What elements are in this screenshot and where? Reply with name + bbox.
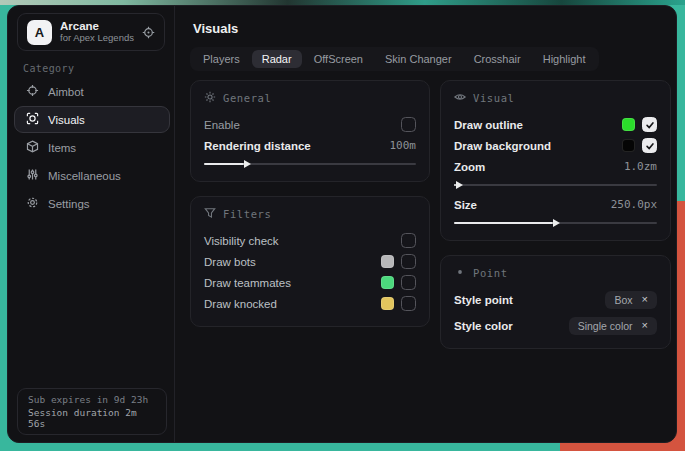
app-logo-letter: A	[35, 25, 44, 40]
sidebar-item-aimbot[interactable]: Aimbot	[14, 78, 170, 105]
draw-background-color-swatch[interactable]	[622, 139, 635, 152]
sidebar-item-miscellaneous[interactable]: Miscellaneous	[14, 162, 170, 189]
draw-knocked-color-swatch[interactable]	[381, 297, 394, 310]
draw-outline-color-swatch[interactable]	[622, 118, 635, 131]
style-point-label: Style point	[454, 294, 513, 306]
tab-offscreen[interactable]: OffScreen	[304, 50, 373, 68]
draw-bots-checkbox[interactable]	[401, 254, 416, 269]
dot-icon	[454, 266, 466, 280]
enable-label: Enable	[204, 119, 240, 131]
style-color-chip[interactable]: Single color ×	[569, 317, 657, 335]
tab-players[interactable]: Players	[193, 50, 250, 68]
slider-thumb[interactable]	[454, 184, 456, 186]
sidebar-item-label: Settings	[48, 198, 90, 210]
app-window: A Arcane for Apex Legends Category	[7, 5, 677, 443]
filters-panel: Filters Visibility check Draw bots	[190, 196, 430, 327]
slider-track	[454, 184, 657, 186]
sidebar: A Arcane for Apex Legends Category	[8, 6, 175, 442]
app-subtitle: for Apex Legends	[60, 33, 134, 44]
enable-checkbox[interactable]	[401, 117, 416, 132]
funnel-icon	[204, 207, 216, 221]
main-content: Visuals Players Radar OffScreen Skin Cha…	[176, 6, 676, 442]
visibility-check-label: Visibility check	[204, 235, 279, 247]
box-icon	[26, 140, 39, 155]
chip-label: Box	[614, 294, 632, 306]
zoom-label: Zoom	[454, 161, 485, 173]
tab-skin-changer[interactable]: Skin Changer	[375, 50, 462, 68]
draw-background-label: Draw background	[454, 140, 551, 152]
tab-radar[interactable]: Radar	[252, 50, 302, 68]
sidebar-item-settings[interactable]: Settings	[14, 190, 170, 217]
checkmark-icon	[645, 116, 655, 134]
general-panel: General Enable Rendering distance 100m	[190, 80, 430, 182]
app-header-card: A Arcane for Apex Legends	[17, 13, 165, 51]
style-color-label: Style color	[454, 320, 513, 332]
sidebar-item-label: Aimbot	[48, 86, 84, 98]
close-icon[interactable]: ×	[642, 294, 648, 305]
visual-panel: Visual Draw outline Draw background	[440, 80, 671, 241]
point-panel: Point Style point Box × Style color Sing…	[440, 255, 671, 349]
sidebar-nav: Aimbot Visuals	[14, 78, 170, 217]
draw-knocked-label: Draw knocked	[204, 298, 277, 310]
draw-teammates-color-swatch[interactable]	[381, 276, 394, 289]
draw-outline-label: Draw outline	[454, 119, 523, 131]
session-duration-text: Session duration 2m 56s	[28, 407, 156, 429]
close-icon[interactable]: ×	[642, 320, 648, 331]
checkmark-icon	[645, 137, 655, 155]
rendering-distance-slider[interactable]	[204, 159, 416, 169]
sidebar-item-label: Visuals	[48, 114, 85, 126]
sidebar-item-items[interactable]: Items	[14, 134, 170, 161]
tabbar: Players Radar OffScreen Skin Changer Cro…	[190, 47, 599, 71]
chip-label: Single color	[578, 320, 633, 332]
page-title: Visuals	[193, 21, 238, 36]
draw-outline-checkbox[interactable]	[642, 117, 657, 132]
sidebar-item-label: Items	[48, 142, 76, 154]
size-slider[interactable]	[454, 218, 657, 228]
general-panel-title: General	[223, 92, 271, 104]
rendering-distance-value: 100m	[390, 139, 417, 152]
app-logo: A	[27, 20, 52, 45]
sub-expires-text: Sub expires in 9d 23h	[28, 394, 156, 405]
draw-knocked-checkbox[interactable]	[401, 296, 416, 311]
category-label: Category	[23, 63, 74, 74]
tab-highlight[interactable]: Highlight	[533, 50, 596, 68]
slider-thumb[interactable]	[454, 222, 553, 224]
session-card: Sub expires in 9d 23h Session duration 2…	[17, 388, 167, 435]
sliders-icon	[26, 168, 39, 183]
slider-thumb[interactable]	[204, 163, 244, 165]
size-label: Size	[454, 199, 477, 211]
style-point-chip[interactable]: Box ×	[605, 291, 657, 309]
size-value: 250.0px	[611, 198, 657, 211]
visual-panel-title: Visual	[473, 92, 515, 104]
draw-teammates-label: Draw teammates	[204, 277, 291, 289]
gear-icon	[26, 196, 39, 211]
zoom-slider[interactable]	[454, 180, 657, 190]
sidebar-item-label: Miscellaneous	[48, 170, 121, 182]
filters-panel-title: Filters	[223, 208, 271, 220]
draw-background-checkbox[interactable]	[642, 138, 657, 153]
sidebar-item-visuals[interactable]: Visuals	[14, 106, 170, 133]
point-panel-title: Point	[473, 267, 508, 279]
draw-teammates-checkbox[interactable]	[401, 275, 416, 290]
tab-crosshair[interactable]: Crosshair	[464, 50, 531, 68]
rendering-distance-label: Rendering distance	[204, 140, 311, 152]
eye-icon	[454, 91, 466, 105]
zoom-value: 1.0zm	[624, 160, 657, 173]
target-icon[interactable]	[142, 26, 155, 39]
focus-icon	[26, 112, 39, 127]
crosshair-icon	[26, 84, 39, 99]
visibility-check-checkbox[interactable]	[401, 233, 416, 248]
draw-bots-label: Draw bots	[204, 256, 256, 268]
sun-icon	[204, 91, 216, 105]
draw-bots-color-swatch[interactable]	[381, 255, 394, 268]
